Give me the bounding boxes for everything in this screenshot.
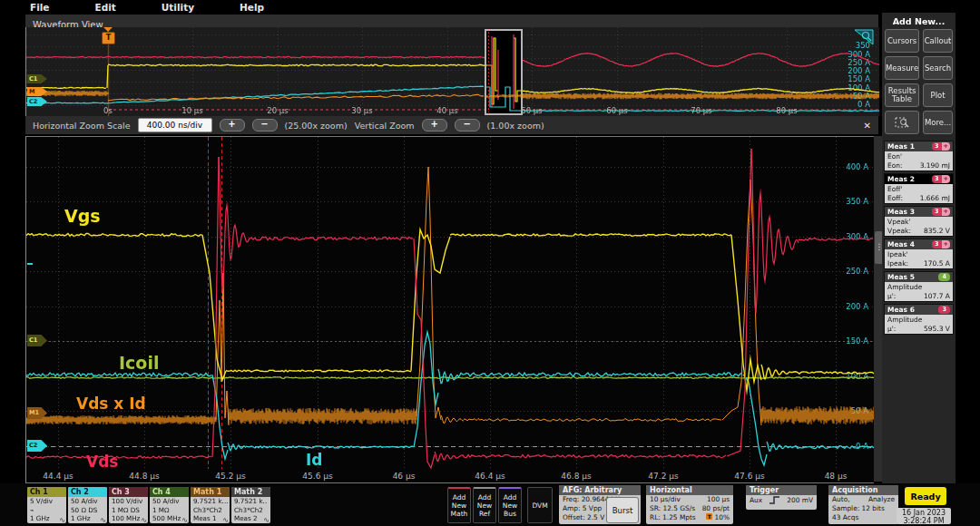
channel-header: Ch 1	[27, 487, 66, 497]
main-waveform-plot[interactable]: 44.4 µs44.8 µs45.2 µs45.6 µs46 µs46.4 µs…	[25, 136, 874, 483]
main-time-label: 46.4 µs	[475, 472, 505, 481]
add-new-results-table-button[interactable]: Results Table	[885, 83, 919, 107]
horizontal-scale: 10 µs/div	[650, 495, 681, 504]
channel-setting: ⌁	[27, 506, 66, 515]
results-sidebar: Add New... CursorsCalloutMeasureSearchRe…	[882, 13, 956, 483]
meas-source-badge: 3+	[932, 240, 950, 248]
badge-ch4[interactable]: Ch 450 A/div1 MΩ500 MHz∿	[150, 487, 189, 523]
meas-stat-label: Vpeak:	[887, 227, 911, 236]
zoom-overview-icon[interactable]	[854, 29, 874, 46]
horizontal-window: 100 µs	[707, 495, 730, 504]
channel-header: Ch 4	[150, 487, 189, 497]
acquisition-title: Acquisition	[828, 485, 898, 495]
acq-sample-bits: Sample: 12 bits	[828, 504, 898, 513]
meas-stat-label: Eon:	[887, 161, 903, 170]
handle-icon: ∿	[59, 516, 65, 523]
badge-ch2[interactable]: Ch 250 A/div50 Ω DS1 GHz∿	[68, 487, 107, 523]
meas-value: 170.5 A	[924, 259, 950, 268]
badge-math1[interactable]: Math 19.7521 k...Ch3*Ch2Meas 1∿	[191, 487, 230, 523]
add-new-bus-button[interactable]: Add New Bus	[498, 487, 522, 523]
add-new-callout-button[interactable]: Callout	[923, 29, 953, 53]
meas-card-4[interactable]: Meas 43+Ipeak'Ipeak:170.5 A	[884, 239, 954, 269]
id-trace-label: Id	[306, 451, 323, 469]
main-canvas[interactable]	[26, 137, 874, 469]
overview-time-label: 60 µs	[606, 106, 627, 115]
channel-setting: 9.7521 k..	[231, 497, 270, 506]
channel-header: Ch 2	[68, 487, 107, 497]
overview-time-label: 30 µs	[351, 106, 372, 115]
trigger-source: Aux	[750, 496, 762, 505]
meas-card-3[interactable]: Meas 33+Vpeak'Vpeak:835.2 V	[884, 206, 954, 237]
burst-button[interactable]: Burst	[606, 497, 639, 523]
overview-time-label: 10 µs	[181, 106, 202, 115]
trigger-panel[interactable]: Trigger Aux 200 mV	[746, 485, 817, 510]
meas-source-badge: 3+	[932, 208, 950, 216]
meas-value: 595.3 V	[924, 325, 950, 334]
hzoom-label: Horizontal Zoom Scale	[33, 121, 131, 131]
hzoom-plus-button[interactable]: +	[220, 119, 245, 132]
afg-panel[interactable]: AFG: Arbitrary Freq: 20.9644 kHz Amp: 5 …	[559, 485, 641, 524]
add-new-more--button[interactable]: More...	[923, 111, 953, 134]
add-new-search-button[interactable]: Search	[923, 56, 953, 80]
badge-math2[interactable]: Math 29.7521 k..Ch3*Ch2Meas 2∿	[231, 487, 270, 523]
add-new-plot-button[interactable]: Plot	[923, 83, 953, 107]
add-new-measure-button[interactable]: Measure	[885, 56, 919, 80]
overview-time-label: 40 µs	[436, 106, 457, 115]
add-new-cursors-button[interactable]: Cursors	[885, 29, 919, 53]
overview-time-label: 20 µs	[267, 106, 288, 115]
menu-edit[interactable]: Edit	[95, 2, 116, 13]
vzoom-factor: (1.00x zoom)	[487, 121, 544, 131]
badge-ch1[interactable]: Ch 15 V/div⌁1 GHz∿	[27, 487, 66, 523]
dvm-button[interactable]: DVM	[527, 487, 553, 523]
settings-bar: Ch 15 V/div⌁1 GHz∿Ch 250 A/div50 Ω DS1 G…	[0, 483, 980, 526]
waveform-overview[interactable]: 0s10 µs20 µs30 µs40 µs50 µs60 µs70 µs80 …	[25, 27, 879, 116]
main-time-label: 46.8 µs	[561, 472, 591, 481]
meas-value: 1.666 mJ	[920, 194, 950, 203]
horizontal-panel[interactable]: Horizontal 10 µs/div100 µs SR: 12.5 GS/s…	[646, 485, 733, 524]
ready-status-badge[interactable]: Ready	[905, 487, 946, 505]
zoom-select-icon[interactable]	[885, 111, 919, 134]
menu-help[interactable]: Help	[240, 2, 264, 13]
menu-utility[interactable]: Utility	[162, 2, 194, 13]
overview-canvas[interactable]	[26, 27, 879, 116]
vzoom-minus-button[interactable]: −	[455, 119, 480, 132]
meas-title: Meas 3	[887, 208, 915, 216]
meas-name: Eoff'	[887, 185, 950, 194]
horizontal-resolution: 80 ps/pt	[702, 504, 730, 513]
horizontal-title: Horizontal	[646, 485, 733, 495]
add-new-title: Add New...	[882, 16, 956, 26]
add-new-ref-button[interactable]: Add New Ref	[473, 487, 496, 523]
meas-stat-label: µ':	[887, 292, 896, 301]
meas-name: Eon'	[887, 152, 950, 161]
trigger-title: Trigger	[746, 485, 817, 495]
handle-icon: ∿	[181, 516, 188, 523]
vzoom-plus-button[interactable]: +	[422, 119, 447, 132]
channel-setting: 1 MΩ	[150, 506, 189, 515]
hzoom-minus-button[interactable]: −	[252, 119, 278, 132]
add-new-math-button[interactable]: Add New Math	[447, 487, 471, 523]
icoil-trace-label: Icoil	[119, 353, 159, 373]
channel-setting: 50 Ω DS	[68, 506, 107, 515]
vgs-trace-label: Vgs	[64, 206, 101, 226]
ch2-level-tick	[27, 263, 33, 265]
acquisition-panel[interactable]: Acquisition Auto,Analyze Sample: 12 bits…	[828, 485, 898, 524]
horizontal-recordlength: RL: 1.25 Mpts	[650, 513, 696, 522]
meas-card-1[interactable]: Meas 13+Eon'Eon:3.190 mJ	[884, 141, 954, 171]
hzoom-scale-input[interactable]: 400.00 ns/div	[138, 118, 212, 132]
channel-header: Math 1	[191, 487, 230, 497]
meas-source-badge: 4	[938, 273, 950, 281]
acq-mode: Auto,	[832, 495, 850, 504]
measurement-list: Meas 13+Eon'Eon:3.190 mJMeas 23+Eoff'Eof…	[882, 141, 956, 335]
meas-card-5[interactable]: Meas 54Amplitudeµ':107.7 A	[884, 271, 954, 302]
meas-name: Amplitude	[887, 283, 950, 292]
meas-card-2[interactable]: Meas 23+Eoff'Eoff:1.666 mJ	[884, 173, 954, 204]
meas-card-6[interactable]: Meas 63Amplitudeµ':595.3 V	[884, 304, 954, 335]
vdsid-trace-label: Vds x Id	[76, 394, 146, 413]
trigger-position-marker[interactable]: T	[102, 32, 115, 44]
main-time-label: 44.8 µs	[129, 472, 159, 481]
close-zoom-icon[interactable]: ✕	[864, 121, 871, 131]
menu-file[interactable]: File	[30, 2, 50, 13]
datetime-panel: 16 Jan 2023 3:28:24 PM	[897, 508, 951, 524]
date-text: 16 Jan 2023	[902, 509, 946, 517]
badge-ch3[interactable]: Ch 3100 V/div1 MΩ DS100 MHz∿	[109, 487, 148, 523]
